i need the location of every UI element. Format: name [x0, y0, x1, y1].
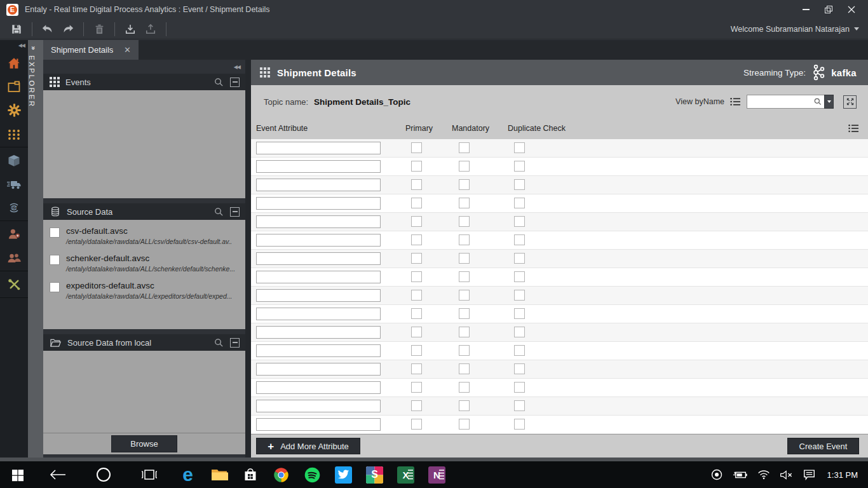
- event-attribute-input[interactable]: [256, 289, 381, 302]
- primary-checkbox[interactable]: [411, 161, 422, 172]
- list-view-icon[interactable]: [730, 97, 741, 106]
- event-attribute-input[interactable]: [256, 142, 381, 154]
- mandatory-checkbox[interactable]: [459, 345, 470, 356]
- browse-button[interactable]: Browse: [111, 435, 177, 452]
- primary-checkbox[interactable]: [411, 179, 422, 190]
- collapse-panel-icon[interactable]: [230, 78, 240, 87]
- clock[interactable]: 1:31 PM: [827, 470, 858, 480]
- collapse-left-icon[interactable]: ◀◀: [0, 40, 28, 50]
- collapse-panel-icon[interactable]: [230, 207, 240, 217]
- list-item[interactable]: csv-default.avsc /entaly/datalake/rawdat…: [50, 226, 241, 245]
- sidebar-item-window[interactable]: [0, 75, 28, 98]
- search-input[interactable]: [747, 95, 811, 109]
- primary-checkbox[interactable]: [411, 345, 422, 356]
- taskbar-tweetdeck[interactable]: [328, 461, 359, 488]
- add-more-attribute-button[interactable]: + Add More Attribute: [256, 438, 360, 454]
- search-icon[interactable]: [214, 77, 224, 88]
- taskbar-slack[interactable]: S: [359, 461, 390, 488]
- file-checkbox[interactable]: [50, 282, 60, 292]
- primary-checkbox[interactable]: [411, 271, 422, 282]
- mandatory-checkbox[interactable]: [459, 382, 470, 393]
- sidebar-item-truck[interactable]: [0, 172, 28, 196]
- mandatory-checkbox[interactable]: [459, 253, 470, 264]
- create-event-button[interactable]: Create Event: [787, 438, 859, 454]
- event-attribute-input[interactable]: [256, 308, 381, 320]
- search-dropdown-button[interactable]: [824, 95, 834, 109]
- event-attribute-input[interactable]: [256, 381, 381, 394]
- duplicate-check-checkbox[interactable]: [514, 308, 525, 319]
- taskbar-onenote[interactable]: N: [421, 461, 452, 488]
- event-attribute-input[interactable]: [256, 160, 381, 173]
- mandatory-checkbox[interactable]: [459, 216, 470, 227]
- primary-checkbox[interactable]: [411, 419, 422, 430]
- event-attribute-input[interactable]: [256, 418, 381, 431]
- action-center-icon[interactable]: [803, 469, 815, 480]
- upload-button[interactable]: [142, 21, 159, 37]
- duplicate-check-checkbox[interactable]: [514, 234, 525, 245]
- taskbar-excel[interactable]: X: [390, 461, 421, 488]
- event-attribute-input[interactable]: [256, 271, 381, 283]
- task-view-button[interactable]: [126, 461, 172, 488]
- undo-button[interactable]: [39, 21, 56, 37]
- minimize-button[interactable]: [794, 1, 817, 18]
- download-button[interactable]: [122, 21, 139, 37]
- tray-record-icon[interactable]: [710, 468, 723, 481]
- file-checkbox[interactable]: [50, 255, 60, 265]
- start-button[interactable]: [0, 461, 35, 488]
- duplicate-check-checkbox[interactable]: [514, 400, 525, 411]
- duplicate-check-checkbox[interactable]: [514, 327, 525, 337]
- save-button[interactable]: [8, 21, 25, 37]
- taskbar-back-button[interactable]: [35, 461, 81, 488]
- delete-button[interactable]: [91, 21, 107, 37]
- restore-button[interactable]: [817, 1, 840, 18]
- duplicate-check-checkbox[interactable]: [514, 198, 525, 208]
- event-attribute-input[interactable]: [256, 344, 381, 357]
- primary-checkbox[interactable]: [411, 290, 422, 301]
- redo-button[interactable]: [60, 21, 76, 37]
- primary-checkbox[interactable]: [411, 363, 422, 374]
- sidebar-item-home[interactable]: [0, 51, 28, 75]
- tab-shipment-details[interactable]: Shipment Details ✕: [43, 40, 139, 60]
- user-menu[interactable]: Welcome Subramanian Natarajan: [731, 25, 859, 34]
- event-attribute-input[interactable]: [256, 363, 381, 376]
- duplicate-check-checkbox[interactable]: [514, 179, 525, 190]
- sidebar-item-package[interactable]: [0, 149, 28, 172]
- file-checkbox[interactable]: [50, 227, 60, 238]
- duplicate-check-checkbox[interactable]: [514, 419, 525, 430]
- mandatory-checkbox[interactable]: [459, 161, 470, 172]
- primary-checkbox[interactable]: [411, 382, 422, 393]
- tray-battery-icon[interactable]: [733, 470, 748, 480]
- cortana-button[interactable]: [81, 461, 126, 488]
- panel-collapse-button[interactable]: ◀◀: [43, 60, 245, 74]
- event-attribute-input[interactable]: [256, 326, 381, 339]
- mandatory-checkbox[interactable]: [459, 290, 470, 301]
- event-attribute-input[interactable]: [256, 179, 381, 191]
- fullscreen-button[interactable]: [843, 95, 857, 109]
- duplicate-check-checkbox[interactable]: [514, 382, 525, 393]
- mandatory-checkbox[interactable]: [459, 400, 470, 411]
- duplicate-check-checkbox[interactable]: [514, 271, 525, 282]
- mandatory-checkbox[interactable]: [459, 142, 470, 153]
- primary-checkbox[interactable]: [411, 253, 422, 264]
- mandatory-checkbox[interactable]: [459, 363, 470, 374]
- duplicate-check-checkbox[interactable]: [514, 345, 525, 356]
- sidebar-item-iot[interactable]: IOT: [0, 196, 28, 219]
- list-options-icon[interactable]: [848, 124, 859, 133]
- close-button[interactable]: [840, 1, 863, 18]
- primary-checkbox[interactable]: [411, 327, 422, 337]
- list-item[interactable]: expeditors-default.avsc /entaly/datalake…: [50, 281, 241, 300]
- sidebar-item-apps[interactable]: [0, 122, 28, 146]
- event-attribute-input[interactable]: [256, 215, 381, 228]
- tab-close-icon[interactable]: ✕: [124, 45, 131, 55]
- collapse-panel-icon[interactable]: [230, 338, 240, 348]
- mandatory-checkbox[interactable]: [459, 308, 470, 319]
- sidebar-item-add-user[interactable]: [0, 222, 28, 246]
- mandatory-checkbox[interactable]: [459, 327, 470, 337]
- search-icon[interactable]: [811, 95, 824, 109]
- primary-checkbox[interactable]: [411, 400, 422, 411]
- explorer-strip[interactable]: » EXPLORER: [28, 40, 43, 458]
- event-attribute-input[interactable]: [256, 252, 381, 265]
- search-icon[interactable]: [214, 207, 224, 217]
- duplicate-check-checkbox[interactable]: [514, 253, 525, 264]
- duplicate-check-checkbox[interactable]: [514, 161, 525, 172]
